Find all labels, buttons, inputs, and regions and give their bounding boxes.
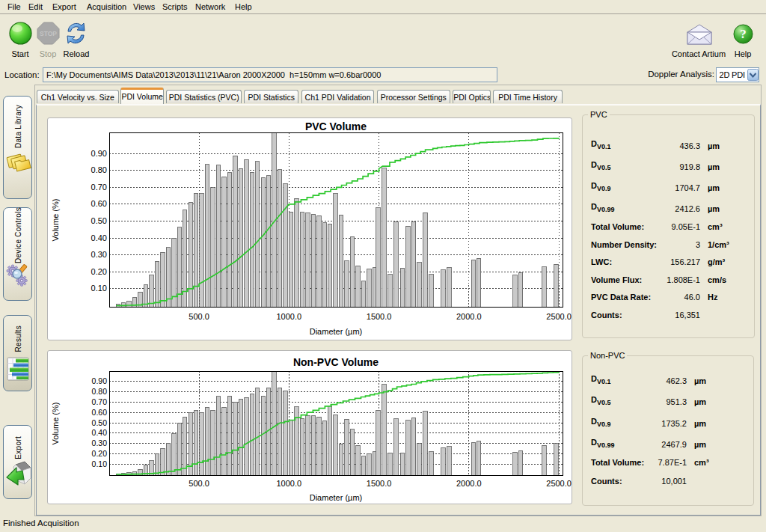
svg-text:500.0: 500.0: [189, 478, 209, 487]
svg-text:0.50: 0.50: [92, 418, 108, 426]
svg-text:2500.0: 2500.0: [546, 478, 572, 487]
svg-text:0.40: 0.40: [92, 428, 108, 437]
svg-text:0.80: 0.80: [91, 165, 107, 174]
svg-text:0.20: 0.20: [91, 267, 107, 276]
svg-text:?: ?: [740, 27, 747, 41]
svg-text:0.90: 0.90: [92, 376, 108, 385]
svg-text:1000.0: 1000.0: [276, 478, 301, 487]
svg-text:Diameter (µm): Diameter (µm): [310, 493, 363, 502]
svg-text:0.40: 0.40: [91, 233, 107, 242]
svg-text:Volume (%): Volume (%): [51, 402, 60, 444]
svg-text:1500.0: 1500.0: [367, 312, 392, 321]
svg-text:0.80: 0.80: [92, 387, 108, 396]
svg-text:0.60: 0.60: [91, 199, 107, 208]
svg-text:0.10: 0.10: [92, 459, 108, 468]
svg-text:0.30: 0.30: [91, 250, 107, 259]
svg-text:2500.0: 2500.0: [546, 312, 572, 321]
svg-text:PVC Volume: PVC Volume: [305, 120, 367, 132]
svg-text:0.20: 0.20: [92, 448, 108, 457]
svg-text:2000.0: 2000.0: [456, 312, 482, 321]
svg-text:500.0: 500.0: [189, 312, 209, 321]
svg-text:0.30: 0.30: [92, 438, 108, 447]
svg-text:1500.0: 1500.0: [367, 478, 392, 487]
svg-text:Volume (%): Volume (%): [51, 199, 60, 242]
svg-text:Non-PVC Volume: Non-PVC Volume: [293, 356, 379, 368]
svg-text:0.10: 0.10: [91, 284, 107, 293]
svg-text:Diameter (µm): Diameter (µm): [310, 327, 363, 336]
svg-text:0.70: 0.70: [91, 183, 107, 192]
svg-text:0.60: 0.60: [92, 407, 108, 416]
svg-text:2000.0: 2000.0: [456, 478, 482, 487]
svg-text:STOP: STOP: [40, 30, 57, 37]
svg-text:0.70: 0.70: [92, 397, 108, 406]
svg-text:0.90: 0.90: [91, 149, 107, 158]
svg-text:1000.0: 1000.0: [276, 312, 301, 321]
svg-text:0.50: 0.50: [91, 216, 107, 225]
